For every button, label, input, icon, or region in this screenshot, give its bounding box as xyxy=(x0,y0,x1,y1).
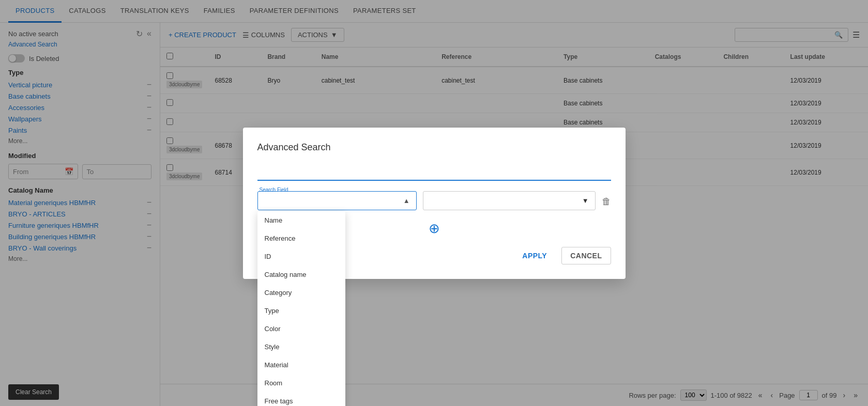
search-field-dropdown: Search Field ▲ Name Reference ID Catalog… xyxy=(257,191,417,210)
dropdown-arrow-icon: ▲ xyxy=(403,197,410,205)
dropdown-option-category[interactable]: Category xyxy=(257,284,345,302)
dropdown-option-material[interactable]: Material xyxy=(257,356,345,374)
dropdown-option-catalog-name[interactable]: Catalog name xyxy=(257,266,345,284)
modal-overlay[interactable]: Advanced Search Search Field ▲ Name Refe… xyxy=(0,0,868,406)
add-icon: ⊕ xyxy=(429,221,440,237)
modal-field-row: Search Field ▲ Name Reference ID Catalog… xyxy=(257,191,611,210)
delete-row-icon[interactable]: 🗑 xyxy=(602,196,611,207)
dropdown-option-name[interactable]: Name xyxy=(257,211,345,229)
dropdown-option-reference[interactable]: Reference xyxy=(257,229,345,247)
second-dropdown-arrow-icon: ▼ xyxy=(582,197,589,205)
dropdown-option-id[interactable]: ID xyxy=(257,247,345,266)
dropdown-option-style[interactable]: Style xyxy=(257,338,345,356)
apply-button[interactable]: APPLY xyxy=(514,247,555,264)
search-field-dropdown-list: Name Reference ID Catalog name Category … xyxy=(257,211,345,407)
modal-search-input[interactable] xyxy=(257,163,611,181)
search-field-trigger[interactable]: ▲ xyxy=(257,191,417,210)
dropdown-option-room[interactable]: Room xyxy=(257,374,345,392)
modal-title: Advanced Search xyxy=(257,142,611,153)
cancel-button[interactable]: CANCEL xyxy=(561,247,611,264)
dropdown-option-free-tags[interactable]: Free tags xyxy=(257,392,345,407)
dropdown-option-color[interactable]: Color xyxy=(257,320,345,338)
advanced-search-modal: Advanced Search Search Field ▲ Name Refe… xyxy=(243,128,626,279)
second-dropdown[interactable]: ▼ xyxy=(423,191,596,210)
search-field-label: Search Field xyxy=(260,187,288,193)
dropdown-option-type[interactable]: Type xyxy=(257,302,345,320)
